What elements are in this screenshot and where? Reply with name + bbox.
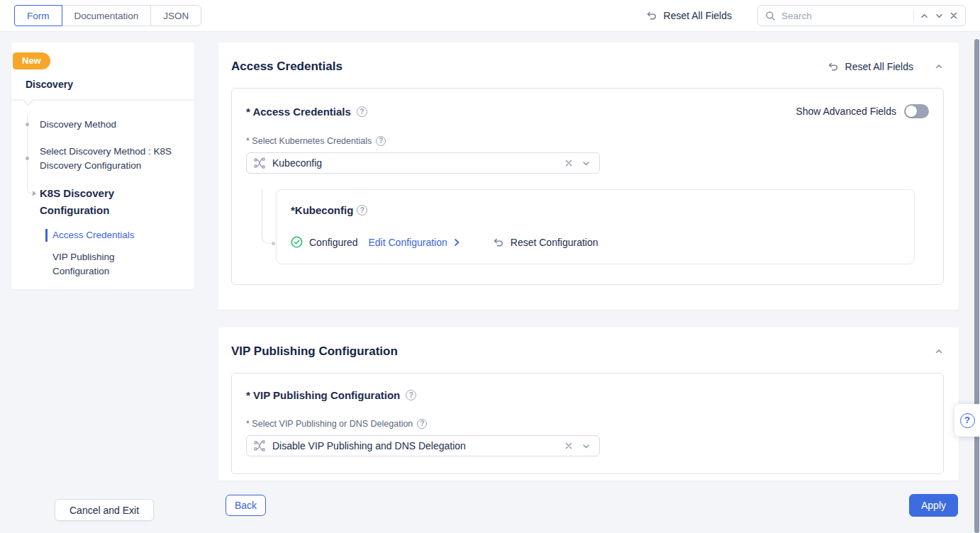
cancel-and-exit-label: Cancel and Exit (69, 505, 139, 516)
kubernetes-credentials-value: Kubeconfig (272, 157, 564, 169)
clear-selection-icon[interactable] (564, 159, 573, 167)
edit-configuration-link[interactable]: Edit Configuration (369, 237, 461, 248)
apply-button[interactable]: Apply (909, 494, 958, 517)
tab-json-label: JSON (163, 11, 189, 21)
cancel-and-exit-button[interactable]: Cancel and Exit (55, 499, 154, 521)
step-tree: Discovery Method Select Discovery Method… (11, 112, 194, 279)
access-credentials-section: Access Credentials Reset All Fields * Ac (218, 43, 959, 310)
search-bar (757, 5, 966, 26)
search-input[interactable] (781, 11, 908, 21)
reset-configuration-button[interactable]: Reset Configuration (493, 237, 598, 248)
configured-check-icon (291, 236, 303, 248)
tree-bullet (26, 157, 29, 160)
search-divider (913, 10, 914, 21)
sidebar-item-k8s-discovery-configuration[interactable]: K8S Discovery Configuration (11, 185, 194, 219)
section-title-access-credentials: Access Credentials (231, 60, 828, 74)
chevron-right-icon (452, 238, 461, 247)
show-advanced-fields-toggle[interactable] (904, 104, 929, 118)
tree-bullet (26, 123, 29, 126)
card-title-vip-publishing: * VIP Publishing Configuration (246, 389, 400, 401)
tab-json[interactable]: JSON (150, 5, 201, 26)
reset-all-fields-button[interactable]: Reset All Fields (646, 10, 732, 21)
toggle-knob (906, 106, 917, 117)
reset-all-fields-label: Reset All Fields (664, 10, 732, 21)
chevron-down-icon[interactable] (581, 442, 591, 451)
back-button[interactable]: Back (225, 495, 266, 516)
new-badge: New (13, 52, 50, 69)
back-label: Back (235, 500, 257, 511)
tab-documentation[interactable]: Documentation (62, 5, 152, 26)
chevron-down-icon[interactable] (581, 159, 591, 168)
tab-form[interactable]: Form (14, 5, 62, 26)
footer-actions: Back Apply (218, 494, 959, 517)
sidebar-item-select-discovery-method[interactable]: Select Discovery Method : K8S Discovery … (11, 145, 194, 173)
collapse-section-icon[interactable] (935, 347, 943, 356)
vip-publishing-value: Disable VIP Publishing and DNS Delegatio… (272, 440, 564, 451)
nested-connector-line (262, 189, 271, 244)
edit-configuration-label: Edit Configuration (369, 237, 447, 248)
reset-icon (493, 237, 504, 248)
info-icon[interactable]: ? (417, 419, 427, 429)
reset-icon (646, 10, 657, 21)
vip-publishing-select[interactable]: Disable VIP Publishing and DNS Delegatio… (246, 435, 600, 456)
reset-configuration-label: Reset Configuration (511, 237, 598, 248)
sidebar-item-vip-publishing-configuration[interactable]: VIP Publishing Configuration (11, 250, 194, 279)
select-vip-publishing-label: * Select VIP Publishing or DNS Delegatio… (246, 419, 929, 429)
form-content: Access Credentials Reset All Fields * Ac (218, 43, 959, 517)
reset-icon (828, 61, 839, 72)
sidebar-item-access-credentials[interactable]: Access Credentials (11, 228, 194, 242)
search-next-icon[interactable] (935, 11, 944, 21)
field-label-text: * Select VIP Publishing or DNS Delegatio… (246, 419, 413, 429)
sidebar-title: Discovery (26, 79, 194, 90)
apply-label: Apply (921, 500, 946, 511)
help-question-icon: ? (960, 413, 975, 428)
info-icon[interactable]: ? (376, 136, 386, 146)
kubeconfig-panel: *Kubeconfig ? Configured Edit Co (276, 189, 915, 264)
tab-form-label: Form (27, 11, 50, 21)
configured-status: Configured (309, 237, 358, 248)
navigation-sidebar: New Discovery Discovery Method Select Di… (11, 43, 194, 289)
kubernetes-credentials-select[interactable]: Kubeconfig (246, 152, 600, 174)
nested-connector-dot (272, 242, 275, 245)
section-reset-all-fields-button[interactable]: Reset All Fields (828, 61, 913, 72)
field-label-text: * Select Kubernetes Credentials (246, 136, 372, 146)
vertical-scrollbar[interactable] (974, 39, 979, 533)
top-toolbar: Form Documentation JSON Reset All Fields (0, 0, 980, 32)
section-reset-all-fields-label: Reset All Fields (845, 61, 913, 72)
sidebar-divider-notch (11, 99, 194, 106)
search-prev-icon[interactable] (920, 11, 929, 21)
vip-publishing-section: VIP Publishing Configuration * VIP Publi… (218, 327, 959, 481)
collapse-section-icon[interactable] (935, 62, 943, 71)
kubeconfig-title: *Kubeconfig (291, 204, 353, 216)
info-icon[interactable]: ? (406, 390, 416, 400)
branch-nodes-icon (254, 157, 266, 169)
show-advanced-fields-label: Show Advanced Fields (796, 106, 896, 117)
vip-publishing-card: * VIP Publishing Configuration ? * Selec… (231, 373, 944, 474)
section-title-vip-publishing: VIP Publishing Configuration (231, 344, 935, 359)
info-icon[interactable]: ? (357, 205, 367, 215)
card-title-access-credentials: * Access Credentials (246, 106, 351, 118)
tree-arrow-icon (33, 191, 36, 196)
access-credentials-card: * Access Credentials ? Show Advanced Fie… (231, 88, 944, 285)
info-icon[interactable]: ? (357, 106, 367, 117)
tab-documentation-label: Documentation (74, 11, 139, 21)
branch-nodes-icon (254, 440, 266, 451)
help-button[interactable]: ? (954, 404, 980, 437)
select-kubernetes-credentials-label: * Select Kubernetes Credentials ? (246, 136, 929, 146)
search-icon (765, 11, 776, 21)
clear-selection-icon[interactable] (564, 442, 573, 450)
search-close-icon[interactable] (950, 11, 958, 20)
sidebar-item-discovery-method[interactable]: Discovery Method (11, 112, 194, 132)
view-tab-group: Form Documentation JSON (14, 5, 201, 26)
